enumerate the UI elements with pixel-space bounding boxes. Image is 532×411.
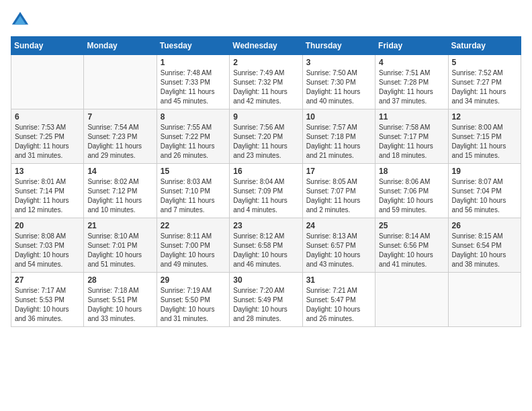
header-day-tuesday: Tuesday xyxy=(157,37,229,55)
day-number: 29 xyxy=(161,275,226,285)
header-day-sunday: Sunday xyxy=(11,37,84,55)
day-info: Sunrise: 7:50 AMSunset: 7:30 PMDaylight:… xyxy=(306,68,371,106)
day-number: 8 xyxy=(161,112,226,122)
calendar-cell: 8Sunrise: 7:55 AMSunset: 7:22 PMDaylight… xyxy=(157,109,229,164)
day-number: 19 xyxy=(452,167,517,176)
day-info: Sunrise: 8:14 AMSunset: 6:56 PMDaylight:… xyxy=(379,232,444,269)
calendar-cell: 1Sunrise: 7:48 AMSunset: 7:33 PMDaylight… xyxy=(157,55,229,109)
day-number: 20 xyxy=(15,221,80,230)
calendar-cell: 20Sunrise: 8:08 AMSunset: 7:03 PMDayligh… xyxy=(11,218,84,273)
day-info: Sunrise: 8:15 AMSunset: 6:54 PMDaylight:… xyxy=(452,232,517,269)
calendar-cell: 3Sunrise: 7:50 AMSunset: 7:30 PMDaylight… xyxy=(302,55,375,109)
calendar-cell: 6Sunrise: 7:53 AMSunset: 7:25 PMDaylight… xyxy=(11,109,84,164)
calendar-cell: 31Sunrise: 7:21 AMSunset: 5:47 PMDayligh… xyxy=(302,273,375,327)
day-number: 16 xyxy=(233,167,298,176)
calendar-header: SundayMondayTuesdayWednesdayThursdayFrid… xyxy=(11,37,521,55)
calendar-cell: 2Sunrise: 7:49 AMSunset: 7:32 PMDaylight… xyxy=(230,55,302,109)
day-info: Sunrise: 8:07 AMSunset: 7:04 PMDaylight:… xyxy=(452,177,517,215)
day-number: 26 xyxy=(452,221,517,230)
header-row: SundayMondayTuesdayWednesdayThursdayFrid… xyxy=(11,37,521,55)
day-number: 9 xyxy=(233,112,298,122)
day-number: 24 xyxy=(306,221,371,230)
day-number: 10 xyxy=(306,112,371,122)
calendar-cell: 5Sunrise: 7:52 AMSunset: 7:27 PMDaylight… xyxy=(448,55,521,109)
calendar-cell: 9Sunrise: 7:56 AMSunset: 7:20 PMDaylight… xyxy=(230,109,302,164)
day-number: 4 xyxy=(379,58,444,67)
header-day-saturday: Saturday xyxy=(448,37,521,55)
day-number: 6 xyxy=(15,112,80,122)
calendar-body: 1Sunrise: 7:48 AMSunset: 7:33 PMDaylight… xyxy=(11,55,521,327)
calendar-cell: 24Sunrise: 8:13 AMSunset: 6:57 PMDayligh… xyxy=(302,218,375,273)
calendar-cell: 16Sunrise: 8:04 AMSunset: 7:09 PMDayligh… xyxy=(230,164,302,218)
calendar-cell: 17Sunrise: 8:05 AMSunset: 7:07 PMDayligh… xyxy=(302,164,375,218)
calendar-cell: 18Sunrise: 8:06 AMSunset: 7:06 PMDayligh… xyxy=(375,164,448,218)
calendar-cell: 25Sunrise: 8:14 AMSunset: 6:56 PMDayligh… xyxy=(375,218,448,273)
day-number: 13 xyxy=(15,167,80,176)
week-row-3: 20Sunrise: 8:08 AMSunset: 7:03 PMDayligh… xyxy=(11,218,521,273)
day-info: Sunrise: 7:19 AMSunset: 5:50 PMDaylight:… xyxy=(161,286,226,324)
calendar-cell: 4Sunrise: 7:51 AMSunset: 7:28 PMDaylight… xyxy=(375,55,448,109)
calendar-cell: 22Sunrise: 8:11 AMSunset: 7:00 PMDayligh… xyxy=(157,218,229,273)
day-info: Sunrise: 8:04 AMSunset: 7:09 PMDaylight:… xyxy=(233,177,298,215)
calendar-cell: 28Sunrise: 7:18 AMSunset: 5:51 PMDayligh… xyxy=(84,273,157,327)
calendar-cell: 19Sunrise: 8:07 AMSunset: 7:04 PMDayligh… xyxy=(448,164,521,218)
day-number: 28 xyxy=(87,275,152,285)
calendar-cell xyxy=(375,273,448,327)
calendar-cell xyxy=(11,55,84,109)
day-number: 2 xyxy=(233,58,298,67)
day-info: Sunrise: 8:05 AMSunset: 7:07 PMDaylight:… xyxy=(306,177,371,215)
logo xyxy=(11,11,31,30)
calendar-table: SundayMondayTuesdayWednesdayThursdayFrid… xyxy=(11,36,521,327)
calendar-cell: 12Sunrise: 8:00 AMSunset: 7:15 PMDayligh… xyxy=(448,109,521,164)
calendar-cell: 30Sunrise: 7:20 AMSunset: 5:49 PMDayligh… xyxy=(230,273,302,327)
day-number: 3 xyxy=(306,58,371,67)
header-day-monday: Monday xyxy=(84,37,157,55)
day-info: Sunrise: 7:17 AMSunset: 5:53 PMDaylight:… xyxy=(15,286,80,324)
day-info: Sunrise: 7:53 AMSunset: 7:25 PMDaylight:… xyxy=(15,123,80,161)
day-info: Sunrise: 7:51 AMSunset: 7:28 PMDaylight:… xyxy=(379,68,444,106)
day-number: 23 xyxy=(233,221,298,230)
day-info: Sunrise: 7:21 AMSunset: 5:47 PMDaylight:… xyxy=(306,286,371,324)
calendar-cell: 14Sunrise: 8:02 AMSunset: 7:12 PMDayligh… xyxy=(84,164,157,218)
day-info: Sunrise: 8:11 AMSunset: 7:00 PMDaylight:… xyxy=(161,232,226,269)
header-day-wednesday: Wednesday xyxy=(230,37,302,55)
day-info: Sunrise: 7:56 AMSunset: 7:20 PMDaylight:… xyxy=(233,123,298,161)
day-info: Sunrise: 8:12 AMSunset: 6:58 PMDaylight:… xyxy=(233,232,298,269)
calendar-cell: 29Sunrise: 7:19 AMSunset: 5:50 PMDayligh… xyxy=(157,273,229,327)
day-info: Sunrise: 8:01 AMSunset: 7:14 PMDaylight:… xyxy=(15,177,80,215)
calendar-cell: 27Sunrise: 7:17 AMSunset: 5:53 PMDayligh… xyxy=(11,273,84,327)
day-number: 25 xyxy=(379,221,444,230)
day-number: 7 xyxy=(87,112,152,122)
day-number: 15 xyxy=(161,167,226,176)
day-number: 12 xyxy=(452,112,517,122)
day-number: 11 xyxy=(379,112,444,122)
day-info: Sunrise: 7:52 AMSunset: 7:27 PMDaylight:… xyxy=(452,68,517,106)
calendar-cell: 7Sunrise: 7:54 AMSunset: 7:23 PMDaylight… xyxy=(84,109,157,164)
calendar-cell xyxy=(84,55,157,109)
day-info: Sunrise: 8:02 AMSunset: 7:12 PMDaylight:… xyxy=(87,177,152,215)
calendar-cell: 10Sunrise: 7:57 AMSunset: 7:18 PMDayligh… xyxy=(302,109,375,164)
day-info: Sunrise: 7:18 AMSunset: 5:51 PMDaylight:… xyxy=(87,286,152,324)
day-number: 27 xyxy=(15,275,80,285)
calendar-cell: 23Sunrise: 8:12 AMSunset: 6:58 PMDayligh… xyxy=(230,218,302,273)
day-number: 14 xyxy=(87,167,152,176)
header-day-friday: Friday xyxy=(375,37,448,55)
calendar-cell: 26Sunrise: 8:15 AMSunset: 6:54 PMDayligh… xyxy=(448,218,521,273)
calendar-cell: 15Sunrise: 8:03 AMSunset: 7:10 PMDayligh… xyxy=(157,164,229,218)
day-number: 18 xyxy=(379,167,444,176)
day-number: 1 xyxy=(161,58,226,67)
day-number: 21 xyxy=(87,221,152,230)
week-row-2: 13Sunrise: 8:01 AMSunset: 7:14 PMDayligh… xyxy=(11,164,521,218)
day-info: Sunrise: 8:03 AMSunset: 7:10 PMDaylight:… xyxy=(161,177,226,215)
calendar-cell xyxy=(448,273,521,327)
day-info: Sunrise: 7:54 AMSunset: 7:23 PMDaylight:… xyxy=(87,123,152,161)
day-info: Sunrise: 7:49 AMSunset: 7:32 PMDaylight:… xyxy=(233,68,298,106)
day-info: Sunrise: 8:10 AMSunset: 7:01 PMDaylight:… xyxy=(87,232,152,269)
day-info: Sunrise: 8:00 AMSunset: 7:15 PMDaylight:… xyxy=(452,123,517,161)
header xyxy=(11,11,521,30)
day-info: Sunrise: 8:06 AMSunset: 7:06 PMDaylight:… xyxy=(379,177,444,215)
week-row-0: 1Sunrise: 7:48 AMSunset: 7:33 PMDaylight… xyxy=(11,55,521,109)
day-info: Sunrise: 7:48 AMSunset: 7:33 PMDaylight:… xyxy=(161,68,226,106)
day-number: 31 xyxy=(306,275,371,285)
header-day-thursday: Thursday xyxy=(302,37,375,55)
